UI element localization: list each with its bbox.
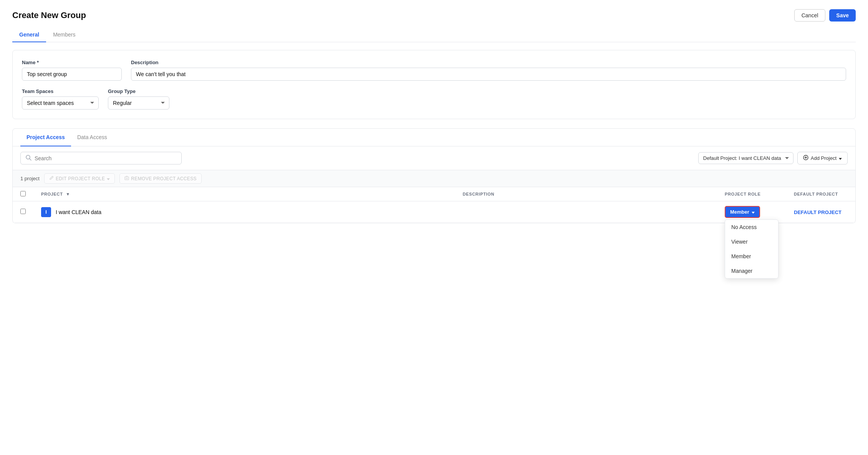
access-tabs-nav: Project Access Data Access xyxy=(13,129,855,146)
desc-label: Description xyxy=(131,60,846,65)
add-project-chevron xyxy=(839,155,842,161)
project-name: I want CLEAN data xyxy=(56,209,101,215)
form-row-team-type: Team Spaces Select team spaces Group Typ… xyxy=(22,88,846,110)
table-container: PROJECT ▼ DESCRIPTION PROJECT ROLE DEFAU… xyxy=(13,187,855,223)
row-desc-cell xyxy=(455,201,717,223)
desc-input[interactable] xyxy=(131,68,846,81)
col-desc-header: DESCRIPTION xyxy=(455,187,717,201)
name-group: Name * xyxy=(22,60,122,81)
search-box xyxy=(20,152,182,164)
col-default-header: DEFAULT PROJECT xyxy=(786,187,855,201)
access-toolbar: Default Project: I want CLEAN data Add P… xyxy=(13,146,855,170)
svg-line-1 xyxy=(30,159,31,160)
add-project-button[interactable]: Add Project xyxy=(797,152,848,164)
action-bar: 1 project EDIT PROJECT ROLE xyxy=(13,170,855,187)
default-project-label: DEFAULT PROJECT xyxy=(794,209,841,215)
dropdown-item-member[interactable]: Member xyxy=(725,249,778,264)
save-button[interactable]: Save xyxy=(829,9,856,22)
role-label: Member xyxy=(730,209,749,215)
tab-project-access[interactable]: Project Access xyxy=(20,129,71,146)
dropdown-item-viewer[interactable]: Viewer xyxy=(725,234,778,249)
role-button[interactable]: Member xyxy=(725,206,760,218)
tab-data-access[interactable]: Data Access xyxy=(71,129,113,146)
header-actions: Cancel Save xyxy=(794,9,856,22)
svg-rect-5 xyxy=(125,177,129,180)
dropdown-item-manager[interactable]: Manager xyxy=(725,264,778,278)
page-container: Create New Group Cancel Save General Mem… xyxy=(0,0,868,455)
group-type-group: Group Type Regular xyxy=(108,88,169,110)
name-label: Name * xyxy=(22,60,122,65)
toolbar-right: Default Project: I want CLEAN data Add P… xyxy=(698,152,848,164)
search-input[interactable] xyxy=(35,155,177,161)
table-header-row: PROJECT ▼ DESCRIPTION PROJECT ROLE DEFAU… xyxy=(13,187,855,201)
row-role-cell: Member No Access Viewer Member Manager xyxy=(717,201,786,223)
form-row-name-desc: Name * Description xyxy=(22,60,846,81)
role-dropdown-wrapper: Member No Access Viewer Member Manager xyxy=(725,206,760,218)
remove-icon xyxy=(124,176,129,181)
projects-table: PROJECT ▼ DESCRIPTION PROJECT ROLE DEFAU… xyxy=(13,187,855,223)
page-title: Create New Group xyxy=(12,10,86,20)
row-project-cell: I I want CLEAN data xyxy=(33,201,455,223)
project-count: 1 project xyxy=(20,176,40,181)
row-checkbox-cell xyxy=(13,201,33,223)
add-project-label: Add Project xyxy=(811,155,837,161)
project-icon: I xyxy=(41,207,51,217)
edit-project-role-label: EDIT PROJECT ROLE xyxy=(56,176,105,181)
dropdown-item-no-access[interactable]: No Access xyxy=(725,220,778,234)
plus-circle-icon xyxy=(803,155,808,161)
header-row: Create New Group Cancel Save xyxy=(12,9,856,22)
tab-general[interactable]: General xyxy=(12,28,46,42)
select-all-checkbox[interactable] xyxy=(20,191,26,196)
col-check-header xyxy=(13,187,33,201)
row-default-cell: DEFAULT PROJECT xyxy=(786,201,855,223)
desc-group: Description xyxy=(131,60,846,81)
edit-chevron xyxy=(107,176,110,181)
name-input[interactable] xyxy=(22,68,122,81)
search-icon xyxy=(25,154,31,162)
edit-project-role-button[interactable]: EDIT PROJECT ROLE xyxy=(44,173,115,184)
top-tabs-nav: General Members xyxy=(12,28,856,42)
col-role-header: PROJECT ROLE xyxy=(717,187,786,201)
table-row: I I want CLEAN data Member xyxy=(13,201,855,223)
edit-icon xyxy=(49,176,54,181)
cancel-button[interactable]: Cancel xyxy=(794,9,826,22)
row-checkbox[interactable] xyxy=(20,209,26,214)
remove-project-access-label: REMOVE PROJECT ACCESS xyxy=(131,176,197,181)
role-dropdown-menu: No Access Viewer Member Manager xyxy=(725,219,779,279)
default-project-select[interactable]: Default Project: I want CLEAN data xyxy=(698,152,793,164)
team-spaces-select[interactable]: Select team spaces xyxy=(22,96,99,110)
form-section: Name * Description Team Spaces Select te… xyxy=(12,50,856,119)
role-chevron-icon xyxy=(752,209,755,215)
remove-project-access-button[interactable]: REMOVE PROJECT ACCESS xyxy=(119,173,202,184)
group-type-select[interactable]: Regular xyxy=(108,96,169,110)
team-spaces-group: Team Spaces Select team spaces xyxy=(22,88,99,110)
group-type-label: Group Type xyxy=(108,88,169,94)
access-section: Project Access Data Access Default Proje… xyxy=(12,128,856,223)
team-spaces-label: Team Spaces xyxy=(22,88,99,94)
project-sort-icon: ▼ xyxy=(66,192,70,196)
col-project-header[interactable]: PROJECT ▼ xyxy=(33,187,455,201)
tab-members[interactable]: Members xyxy=(46,28,82,42)
